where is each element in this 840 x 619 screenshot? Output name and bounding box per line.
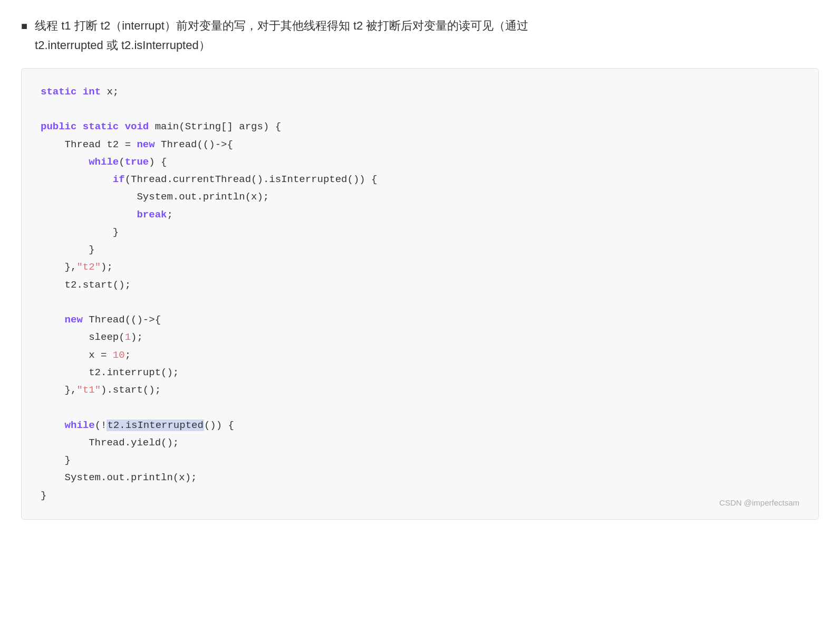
code-line: while(!t2.isInterrupted()) { — [41, 417, 799, 434]
code-line: } — [41, 452, 799, 469]
code-line: } — [41, 224, 799, 241]
code-line: System.out.println(x); — [41, 188, 799, 206]
code-line: } — [41, 241, 799, 259]
code-line: break; — [41, 206, 799, 224]
code-line: while(true) { — [41, 154, 799, 171]
code-line: t2.interrupt(); — [41, 364, 799, 382]
code-line: new Thread(()->{ — [41, 311, 799, 329]
code-line: if(Thread.currentThread().isInterrupted(… — [41, 171, 799, 188]
bullet-text: ■ 线程 t1 打断 t2（interrupt）前对变量的写，对于其他线程得知 … — [21, 16, 819, 55]
bullet-dot: ■ — [21, 17, 27, 35]
code-line: Thread.yield(); — [41, 434, 799, 452]
bullet-content: 线程 t1 打断 t2（interrupt）前对变量的写，对于其他线程得知 t2… — [35, 16, 819, 55]
code-line: } — [41, 487, 799, 504]
code-line: Thread t2 = new Thread(()->{ — [41, 136, 799, 154]
code-block: static int x; public static void main(St… — [21, 68, 819, 520]
code-line: public static void main(String[] args) { — [41, 118, 799, 136]
code-line — [41, 101, 799, 118]
watermark: CSDN @imperfectsam — [719, 496, 799, 510]
code-line: System.out.println(x); — [41, 469, 799, 487]
code-line: t2.start(); — [41, 277, 799, 294]
code-line: x = 10; — [41, 347, 799, 364]
code-line — [41, 294, 799, 311]
code-line: },"t1").start(); — [41, 382, 799, 399]
code-line — [41, 399, 799, 416]
page-container: ■ 线程 t1 打断 t2（interrupt）前对变量的写，对于其他线程得知 … — [0, 0, 840, 619]
code-line: sleep(1); — [41, 329, 799, 346]
code-line: },"t2"); — [41, 259, 799, 276]
code-line: static int x; — [41, 83, 799, 101]
